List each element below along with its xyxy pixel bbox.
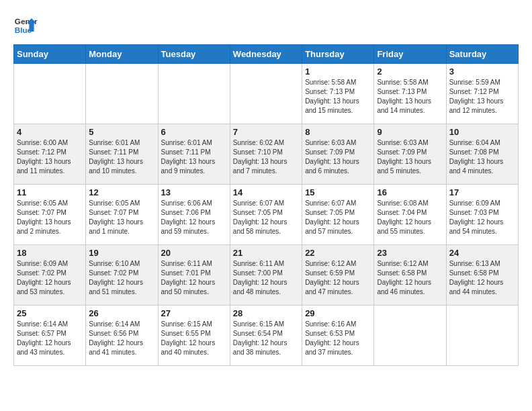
week-row-4: 18Sunrise: 6:09 AMSunset: 7:02 PMDayligh… [14, 245, 519, 306]
calendar-cell: 28Sunrise: 6:15 AMSunset: 6:54 PMDayligh… [230, 306, 302, 366]
weekday-header-saturday: Saturday [446, 45, 518, 64]
calendar-cell: 7Sunrise: 6:02 AMSunset: 7:10 PMDaylight… [230, 124, 302, 185]
day-info: Sunrise: 6:03 AMSunset: 7:09 PMDaylight:… [305, 138, 371, 176]
day-info: Sunrise: 6:09 AMSunset: 7:02 PMDaylight:… [17, 259, 83, 297]
calendar-cell: 19Sunrise: 6:10 AMSunset: 7:02 PMDayligh… [86, 245, 158, 306]
day-number: 17 [449, 187, 515, 197]
day-info: Sunrise: 6:04 AMSunset: 7:08 PMDaylight:… [449, 138, 515, 176]
day-number: 8 [305, 127, 371, 137]
day-number: 20 [161, 248, 227, 258]
calendar-cell: 12Sunrise: 6:05 AMSunset: 7:07 PMDayligh… [86, 185, 158, 245]
day-number: 11 [17, 187, 83, 197]
day-number: 9 [377, 127, 443, 137]
calendar-cell: 1Sunrise: 5:58 AMSunset: 7:13 PMDaylight… [302, 64, 374, 124]
week-row-1: 1Sunrise: 5:58 AMSunset: 7:13 PMDaylight… [14, 64, 519, 124]
day-info: Sunrise: 5:58 AMSunset: 7:13 PMDaylight:… [305, 78, 371, 116]
day-number: 6 [161, 127, 227, 137]
day-info: Sunrise: 6:01 AMSunset: 7:11 PMDaylight:… [161, 138, 227, 176]
day-number: 29 [305, 308, 371, 318]
calendar-cell: 22Sunrise: 6:12 AMSunset: 6:59 PMDayligh… [302, 245, 374, 306]
day-info: Sunrise: 6:12 AMSunset: 6:58 PMDaylight:… [377, 259, 443, 297]
day-number: 15 [305, 187, 371, 197]
day-number: 27 [161, 308, 227, 318]
day-number: 18 [17, 248, 83, 258]
day-number: 1 [305, 66, 371, 77]
calendar-cell: 23Sunrise: 6:12 AMSunset: 6:58 PMDayligh… [374, 245, 446, 306]
week-row-3: 11Sunrise: 6:05 AMSunset: 7:07 PMDayligh… [14, 185, 519, 245]
calendar-cell: 16Sunrise: 6:08 AMSunset: 7:04 PMDayligh… [374, 185, 446, 245]
calendar-cell: 24Sunrise: 6:13 AMSunset: 6:58 PMDayligh… [446, 245, 518, 306]
day-number: 14 [233, 187, 299, 197]
day-info: Sunrise: 6:14 AMSunset: 6:56 PMDaylight:… [89, 320, 154, 357]
weekday-header-sunday: Sunday [14, 45, 86, 64]
calendar-cell: 3Sunrise: 5:59 AMSunset: 7:12 PMDaylight… [446, 64, 518, 124]
day-info: Sunrise: 6:05 AMSunset: 7:07 PMDaylight:… [89, 199, 154, 236]
calendar-cell [158, 64, 230, 124]
day-number: 26 [89, 308, 154, 318]
calendar-cell: 4Sunrise: 6:00 AMSunset: 7:12 PMDaylight… [14, 124, 86, 185]
weekday-header-wednesday: Wednesday [230, 45, 302, 64]
week-row-2: 4Sunrise: 6:00 AMSunset: 7:12 PMDaylight… [14, 124, 519, 185]
day-number: 24 [449, 248, 515, 258]
calendar-cell: 17Sunrise: 6:09 AMSunset: 7:03 PMDayligh… [446, 185, 518, 245]
calendar-cell [230, 64, 302, 124]
calendar-cell [14, 64, 86, 124]
calendar-table: SundayMondayTuesdayWednesdayThursdayFrid… [13, 44, 519, 366]
day-info: Sunrise: 6:07 AMSunset: 7:05 PMDaylight:… [305, 199, 371, 236]
weekday-header-monday: Monday [86, 45, 158, 64]
day-number: 10 [449, 127, 515, 137]
logo: General Blue [13, 13, 40, 38]
day-number: 3 [449, 66, 515, 77]
day-info: Sunrise: 6:03 AMSunset: 7:09 PMDaylight:… [377, 138, 443, 176]
calendar-cell: 14Sunrise: 6:07 AMSunset: 7:05 PMDayligh… [230, 185, 302, 245]
calendar-cell [374, 306, 446, 366]
calendar-cell [446, 306, 518, 366]
weekday-header-row: SundayMondayTuesdayWednesdayThursdayFrid… [14, 45, 519, 64]
day-number: 21 [233, 248, 299, 258]
calendar-cell: 9Sunrise: 6:03 AMSunset: 7:09 PMDaylight… [374, 124, 446, 185]
calendar-cell: 13Sunrise: 6:06 AMSunset: 7:06 PMDayligh… [158, 185, 230, 245]
week-row-5: 25Sunrise: 6:14 AMSunset: 6:57 PMDayligh… [14, 306, 519, 366]
day-info: Sunrise: 6:10 AMSunset: 7:02 PMDaylight:… [89, 259, 154, 297]
day-info: Sunrise: 6:13 AMSunset: 6:58 PMDaylight:… [449, 259, 515, 297]
day-info: Sunrise: 6:12 AMSunset: 6:59 PMDaylight:… [305, 259, 371, 297]
calendar-cell: 27Sunrise: 6:15 AMSunset: 6:55 PMDayligh… [158, 306, 230, 366]
day-info: Sunrise: 6:07 AMSunset: 7:05 PMDaylight:… [233, 199, 299, 236]
calendar-cell: 15Sunrise: 6:07 AMSunset: 7:05 PMDayligh… [302, 185, 374, 245]
calendar-cell: 6Sunrise: 6:01 AMSunset: 7:11 PMDaylight… [158, 124, 230, 185]
calendar-cell [86, 64, 158, 124]
calendar-cell: 20Sunrise: 6:11 AMSunset: 7:01 PMDayligh… [158, 245, 230, 306]
calendar-cell: 21Sunrise: 6:11 AMSunset: 7:00 PMDayligh… [230, 245, 302, 306]
day-number: 22 [305, 248, 371, 258]
day-info: Sunrise: 6:16 AMSunset: 6:53 PMDaylight:… [305, 320, 371, 357]
day-number: 13 [161, 187, 227, 197]
day-number: 5 [89, 127, 154, 137]
calendar-cell: 25Sunrise: 6:14 AMSunset: 6:57 PMDayligh… [14, 306, 86, 366]
weekday-header-friday: Friday [374, 45, 446, 64]
day-info: Sunrise: 6:01 AMSunset: 7:11 PMDaylight:… [89, 138, 154, 176]
calendar-cell: 8Sunrise: 6:03 AMSunset: 7:09 PMDaylight… [302, 124, 374, 185]
calendar-cell: 26Sunrise: 6:14 AMSunset: 6:56 PMDayligh… [86, 306, 158, 366]
day-number: 2 [377, 66, 443, 77]
calendar-cell: 10Sunrise: 6:04 AMSunset: 7:08 PMDayligh… [446, 124, 518, 185]
day-info: Sunrise: 5:59 AMSunset: 7:12 PMDaylight:… [449, 78, 515, 116]
calendar-cell: 29Sunrise: 6:16 AMSunset: 6:53 PMDayligh… [302, 306, 374, 366]
calendar-cell: 11Sunrise: 6:05 AMSunset: 7:07 PMDayligh… [14, 185, 86, 245]
day-number: 7 [233, 127, 299, 137]
day-info: Sunrise: 5:58 AMSunset: 7:13 PMDaylight:… [377, 78, 443, 116]
day-info: Sunrise: 6:09 AMSunset: 7:03 PMDaylight:… [449, 199, 515, 236]
day-info: Sunrise: 6:11 AMSunset: 7:01 PMDaylight:… [161, 259, 227, 297]
day-number: 28 [233, 308, 299, 318]
logo-icon: General Blue [13, 13, 38, 38]
day-number: 19 [89, 248, 154, 258]
page-header: General Blue [13, 13, 519, 38]
calendar-cell: 5Sunrise: 6:01 AMSunset: 7:11 PMDaylight… [86, 124, 158, 185]
calendar-cell: 18Sunrise: 6:09 AMSunset: 7:02 PMDayligh… [14, 245, 86, 306]
day-number: 4 [17, 127, 83, 137]
day-info: Sunrise: 6:11 AMSunset: 7:00 PMDaylight:… [233, 259, 299, 297]
weekday-header-tuesday: Tuesday [158, 45, 230, 64]
day-number: 12 [89, 187, 154, 197]
day-info: Sunrise: 6:02 AMSunset: 7:10 PMDaylight:… [233, 138, 299, 176]
day-number: 16 [377, 187, 443, 197]
day-info: Sunrise: 6:15 AMSunset: 6:55 PMDaylight:… [161, 320, 227, 357]
